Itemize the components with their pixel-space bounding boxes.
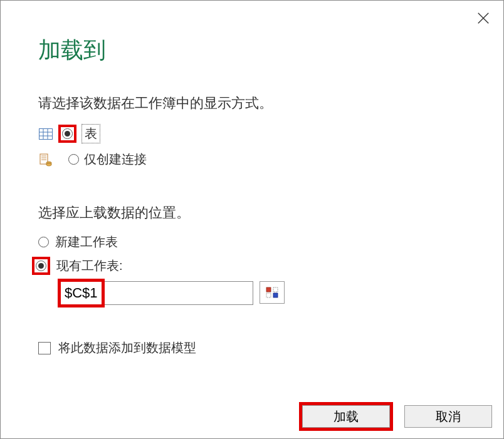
option-new-sheet-label: 新建工作表 [55,234,118,250]
highlight-load-button: 加载 [299,402,393,431]
close-button[interactable] [475,9,492,27]
dialog-buttons: 加载 取消 [299,402,492,431]
load-button[interactable]: 加载 [302,405,390,428]
radio-table[interactable] [62,128,73,139]
svg-rect-2 [39,128,53,139]
radio-existing-sheet[interactable] [36,261,46,271]
dialog-content: 请选择该数据在工作簿中的显示方式。 表 [1,66,503,356]
checkbox-data-model-label: 将此数据添加到数据模型 [58,339,196,356]
svg-point-13 [46,163,51,166]
svg-rect-16 [266,293,271,297]
radio-connection-only[interactable] [68,154,79,165]
cell-reference-row: $C$1 [60,281,466,305]
option-table-label: 表 [85,127,97,140]
highlight-table-radio [58,125,76,143]
close-icon [476,11,490,25]
display-section-label: 请选择该数据在工作簿中的显示方式。 [38,94,466,113]
cell-reference-input-wrap: $C$1 [60,281,253,305]
option-existing-sheet-row: 现有工作表: [32,257,466,275]
cell-reference-value[interactable]: $C$1 [65,285,98,301]
data-model-row: 将此数据添加到数据模型 [38,339,466,356]
highlight-existing-radio [32,257,50,275]
focus-indicator: 表 [81,124,100,143]
table-icon [38,128,53,140]
connection-icon [38,153,53,166]
option-connection-row: 仅创建连接 [38,151,466,168]
option-existing-sheet-label: 现有工作表: [56,257,123,274]
checkbox-data-model[interactable] [38,342,51,354]
load-to-dialog: 加载到 请选择该数据在工作簿中的显示方式。 表 [0,0,504,439]
highlight-cell-ref: $C$1 [58,279,105,307]
radio-new-sheet[interactable] [38,237,49,247]
option-connection-label: 仅创建连接 [84,151,147,168]
option-table-row: 表 [38,124,466,143]
range-picker-button[interactable] [260,281,285,304]
range-picker-icon [266,287,278,298]
option-new-sheet-row: 新建工作表 [38,234,466,250]
svg-rect-17 [273,287,278,292]
cancel-button[interactable]: 取消 [404,405,492,428]
svg-rect-14 [266,287,271,292]
location-section-label: 选择应上载数据的位置。 [38,204,466,222]
svg-rect-15 [273,293,278,297]
dialog-title: 加载到 [1,1,503,66]
